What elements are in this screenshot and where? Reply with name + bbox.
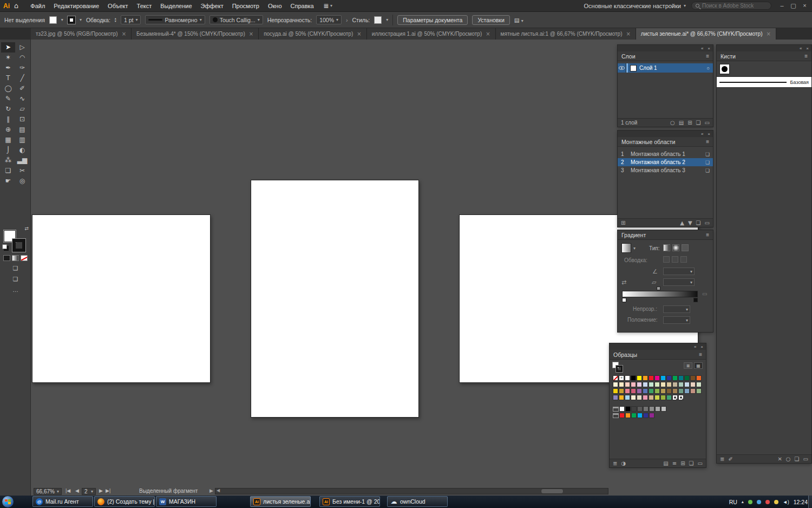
opacity-select[interactable]: 100% ▾ — [316, 15, 342, 24]
stock-search-input[interactable] — [702, 3, 766, 9]
gradient-button[interactable] — [12, 255, 19, 261]
document-tab[interactable]: иллюстрация 1.ai @ 50% (CMYK/Просмотр) × — [367, 28, 496, 40]
tray-icon-blue[interactable] — [757, 500, 761, 504]
move-artboard-up-icon[interactable]: ▲ — [680, 220, 684, 226]
swatches-panel-title[interactable]: Образцы — [613, 351, 637, 358]
selection-tool[interactable]: ➤ — [1, 42, 15, 53]
new-layer-icon[interactable]: ❏ — [696, 120, 701, 126]
swatch[interactable] — [660, 395, 666, 400]
tray-icon-yellow[interactable] — [774, 500, 778, 504]
menu-item[interactable]: Просмотр — [228, 0, 264, 12]
language-indicator[interactable]: RU — [729, 499, 737, 505]
document-tab[interactable]: мятные листья.ai:1 @ 66,67% (CMYK/Просмо… — [496, 28, 636, 40]
swatch[interactable] — [666, 395, 672, 400]
grid-view-icon[interactable]: ▦ — [694, 362, 703, 369]
swatch[interactable] — [643, 413, 649, 418]
swatch[interactable] — [637, 382, 642, 387]
swatch[interactable] — [631, 395, 636, 400]
swatch[interactable] — [625, 382, 630, 387]
move-artboard-down-icon[interactable]: ▼ — [688, 220, 692, 226]
swatch[interactable] — [660, 388, 666, 394]
none-button[interactable] — [21, 255, 28, 261]
swatch[interactable] — [613, 395, 618, 400]
swatch[interactable] — [684, 375, 690, 381]
swatch[interactable] — [655, 406, 660, 412]
status-indicator[interactable]: Выделенный фрагмент — [139, 488, 198, 494]
zoom-tool[interactable]: ◎ — [15, 176, 29, 186]
new-color-group-icon[interactable]: ⊞ — [680, 460, 685, 466]
swatch[interactable] — [625, 395, 630, 400]
new-sublayer-icon[interactable]: ⊞ — [687, 120, 692, 126]
collapse-panel-icon[interactable]: « — [701, 132, 703, 136]
perspective-grid-tool[interactable]: ▤ — [15, 125, 29, 135]
radial-gradient-button[interactable] — [672, 244, 679, 251]
close-panel-icon[interactable]: × — [708, 132, 710, 136]
swatch[interactable] — [654, 388, 660, 394]
swatch[interactable] — [613, 388, 618, 394]
swatch-none[interactable] — [613, 375, 618, 381]
swatch[interactable] — [631, 382, 636, 387]
tab-close-icon[interactable]: × — [249, 31, 253, 37]
swatch[interactable] — [661, 406, 666, 412]
style-swatch[interactable] — [374, 16, 382, 24]
artboard-name[interactable]: Монтажная область 1 — [631, 151, 701, 157]
swatch[interactable] — [643, 406, 649, 412]
tab-close-icon[interactable]: × — [357, 31, 361, 37]
chevron-down-icon[interactable]: ▾ — [386, 17, 388, 22]
chevron-down-icon[interactable]: ▾ — [633, 246, 636, 251]
panel-menu-icon[interactable]: ≡ — [706, 139, 709, 145]
menu-item[interactable]: Выделение — [156, 0, 196, 12]
color-themes-icon[interactable]: ◑ — [621, 460, 626, 466]
layer-target-icon[interactable]: ○ — [707, 66, 710, 71]
swatch[interactable] — [666, 375, 672, 381]
stroke-weight-stepper[interactable]: ▴▾ — [115, 17, 116, 23]
direct-selection-tool[interactable]: ▷ — [15, 42, 29, 53]
hand-tool[interactable]: ☛ — [1, 176, 15, 186]
menu-item[interactable]: Редактирование — [49, 0, 103, 12]
swatch[interactable] — [696, 375, 702, 381]
gradient-slider[interactable] — [622, 291, 698, 297]
menu-item[interactable]: Объект — [103, 0, 132, 12]
swatch[interactable] — [649, 406, 654, 412]
volume-icon[interactable]: ◄) — [783, 499, 789, 505]
swatch[interactable] — [625, 413, 631, 418]
last-artboard-button[interactable]: ▶| — [106, 488, 110, 493]
swatch[interactable] — [637, 375, 642, 381]
swatch[interactable] — [672, 388, 678, 394]
curvature-tool[interactable]: ✑ — [15, 63, 29, 73]
taskbar-item-mailru[interactable]: @ Mail.ru Агент — [32, 496, 93, 507]
show-desktop-button[interactable] — [808, 496, 812, 508]
width-tool[interactable]: ∥ — [1, 114, 15, 125]
artboard-name[interactable]: Монтажная область 2 — [631, 159, 701, 165]
swatch[interactable] — [690, 375, 696, 381]
next-artboard-button[interactable]: ▶ — [99, 488, 103, 493]
brush-definition-select[interactable]: Touch Callig... ▾ — [209, 15, 263, 24]
swatch[interactable] — [619, 382, 624, 387]
swatch[interactable] — [649, 388, 654, 394]
freeform-gradient-button[interactable] — [682, 244, 689, 251]
chevron-down-icon[interactable]: ▾ — [61, 17, 63, 22]
swatch[interactable] — [690, 382, 696, 387]
swatch[interactable] — [631, 413, 637, 418]
gradient-tool[interactable]: ▥ — [15, 135, 29, 145]
swatch[interactable] — [666, 388, 672, 394]
artboard-row[interactable]: 3 Монтажная область 3 ❏ — [618, 166, 713, 174]
layer-name[interactable]: Слой 1 — [639, 65, 657, 71]
new-brush-icon[interactable]: ❏ — [795, 456, 800, 462]
remove-brush-stroke-icon[interactable]: ✕ — [777, 456, 782, 462]
swatch[interactable] — [619, 395, 624, 400]
layers-panel-title[interactable]: Слои — [621, 53, 636, 60]
swatch[interactable] — [660, 382, 666, 387]
swatch[interactable] — [654, 382, 660, 387]
swatch[interactable] — [678, 375, 684, 381]
scrollbar-thumb[interactable] — [541, 489, 564, 494]
scroll-left-icon[interactable]: ◀ — [217, 488, 220, 493]
delete-artboard-icon[interactable]: ▭ — [705, 220, 710, 226]
zoom-level-select[interactable]: 66,67% ▾ — [34, 488, 62, 495]
panel-menu-icon[interactable]: ≡ — [804, 53, 808, 59]
artboard-page-icon[interactable]: ❏ — [705, 160, 710, 165]
gradient-angle-select[interactable]: ▾ — [663, 268, 695, 275]
shaper-tool[interactable]: ∿ — [15, 94, 29, 104]
gradient-location-select[interactable]: ▾ — [663, 316, 690, 324]
blend-tool[interactable]: ◐ — [15, 145, 29, 155]
